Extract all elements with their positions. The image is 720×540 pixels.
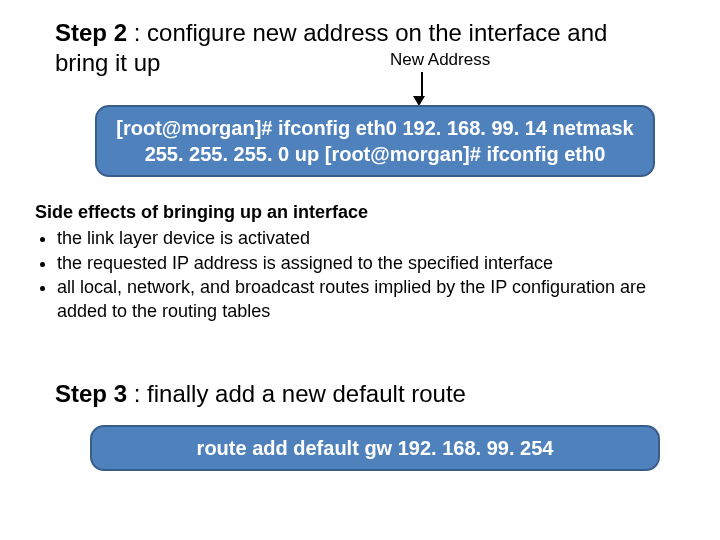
side-effects-block: Side effects of bringing up an interface… bbox=[35, 200, 685, 323]
arrow-down-icon bbox=[418, 72, 425, 106]
list-item: the link layer device is activated bbox=[57, 226, 685, 250]
list-item: all local, network, and broadcast routes… bbox=[57, 275, 685, 324]
command1-line1: [root@morgan]# ifconfig eth0 192. 168. 9… bbox=[113, 115, 637, 141]
side-effects-heading: Side effects of bringing up an interface bbox=[35, 200, 685, 224]
step2-heading: Step 2 : configure new address on the in… bbox=[55, 18, 665, 78]
step2-rest: : configure new address on the interface… bbox=[55, 19, 607, 76]
list-item: the requested IP address is assigned to … bbox=[57, 251, 685, 275]
command-box-ifconfig: [root@morgan]# ifconfig eth0 192. 168. 9… bbox=[95, 105, 655, 177]
command1-line2: 255. 255. 255. 0 up [root@morgan]# ifcon… bbox=[113, 141, 637, 167]
step2-label: Step 2 bbox=[55, 19, 127, 46]
command2-text: route add default gw 192. 168. 99. 254 bbox=[197, 437, 554, 459]
step3-heading: Step 3 : finally add a new default route bbox=[55, 380, 466, 408]
command-box-route: route add default gw 192. 168. 99. 254 bbox=[90, 425, 660, 471]
side-effects-list: the link layer device is activated the r… bbox=[35, 226, 685, 323]
step3-label: Step 3 bbox=[55, 380, 127, 407]
new-address-label: New Address bbox=[390, 50, 490, 70]
step3-rest: : finally add a new default route bbox=[127, 380, 466, 407]
